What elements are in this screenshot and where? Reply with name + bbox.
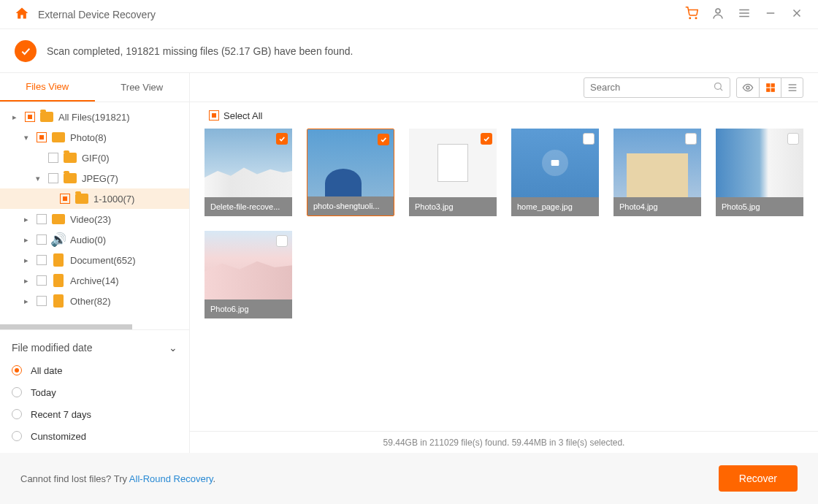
tree-item-jpeg[interactable]: ▾JPEG(7) (0, 168, 189, 188)
tab-tree-view[interactable]: Tree View (95, 73, 190, 102)
thumbnail-caption: Delete-file-recove... (204, 197, 292, 216)
checkbox[interactable] (37, 296, 47, 306)
recover-button[interactable]: Recover (719, 465, 798, 492)
thumbnail-checkbox[interactable] (685, 133, 697, 145)
svg-rect-15 (771, 88, 774, 91)
thumbnail[interactable]: photo-shengtuoli... (307, 129, 394, 216)
checkbox[interactable] (60, 194, 70, 204)
chevron-right-icon[interactable]: ▸ (20, 215, 32, 224)
preview-toggle[interactable] (737, 78, 759, 97)
footer: Cannot find lost files? Try All-Round Re… (0, 453, 818, 504)
user-icon[interactable] (711, 7, 725, 22)
cart-icon[interactable] (685, 7, 698, 22)
chevron-right-icon[interactable]: ▸ (20, 235, 32, 245)
tree-item-document[interactable]: ▸Document(652) (0, 250, 189, 270)
content: Select All Delete-file-recove... photo-s… (190, 73, 818, 453)
all-round-recovery-link[interactable]: All-Round Recovery (129, 473, 213, 484)
checkbox[interactable] (48, 173, 58, 183)
tab-files-view[interactable]: Files View (0, 73, 95, 102)
checkbox[interactable] (48, 153, 58, 163)
svg-point-9 (715, 83, 722, 89)
chevron-right-icon[interactable]: ▸ (20, 256, 32, 265)
checkbox[interactable] (37, 275, 47, 286)
thumbnail-checkbox[interactable] (276, 133, 288, 145)
thumbnail[interactable]: Delete-file-recove... (204, 129, 292, 216)
thumbnail-grid: Delete-file-recove... photo-shengtuoli..… (190, 129, 818, 431)
filter-all-date[interactable]: All date (12, 359, 177, 381)
select-all-checkbox[interactable] (209, 110, 219, 121)
thumbnail-checkbox[interactable] (276, 235, 288, 247)
search-field[interactable] (590, 82, 713, 93)
tree-item-all-files[interactable]: ▸All Files(191821) (0, 107, 189, 127)
search-input[interactable] (584, 77, 730, 98)
select-all-row[interactable]: Select All (190, 102, 818, 129)
chevron-right-icon[interactable]: ▸ (20, 297, 32, 306)
list-view-toggle[interactable] (781, 78, 803, 97)
thumbnail[interactable]: .JPGPhoto3.jpg (409, 129, 497, 216)
folder-icon (63, 171, 77, 186)
view-tabs: Files View Tree View (0, 73, 189, 102)
tree-item-1-1000[interactable]: 1-1000(7) (0, 188, 189, 209)
file-tree: ▸All Files(191821) ▾Photo(8) GIF(0) ▾JPE… (0, 102, 189, 329)
archive-icon (51, 273, 66, 288)
thumbnail-caption: Photo3.jpg (409, 197, 497, 216)
thumbnail-checkbox[interactable] (787, 133, 799, 145)
checkbox[interactable] (37, 255, 47, 265)
status-bar: Scan completed, 191821 missing files (52… (0, 29, 818, 73)
thumbnail[interactable]: Photo4.jpg (614, 129, 701, 216)
close-icon[interactable] (790, 7, 803, 22)
tree-item-audio[interactable]: ▸🔊Audio(0) (0, 229, 189, 250)
svg-rect-12 (766, 83, 770, 87)
thumbnail-caption: Photo6.jpg (204, 299, 292, 318)
chevron-down-icon[interactable]: ▾ (20, 133, 32, 142)
folder-icon (74, 191, 89, 206)
checkbox[interactable] (25, 112, 35, 122)
filter-header[interactable]: File modified date⌄ (12, 336, 177, 359)
tree-item-gif[interactable]: GIF(0) (0, 148, 189, 168)
status-check-icon (15, 40, 37, 62)
checkbox[interactable] (37, 132, 47, 142)
footer-text: Cannot find lost files? Try All-Round Re… (20, 473, 215, 484)
chevron-down-icon[interactable]: ▾ (32, 174, 44, 183)
checkbox[interactable] (37, 234, 47, 245)
chevron-right-icon[interactable]: ▸ (9, 112, 20, 122)
minimize-icon[interactable] (764, 7, 777, 22)
search-icon[interactable] (713, 81, 724, 94)
svg-point-0 (689, 18, 691, 19)
tree-item-archive[interactable]: ▸Archive(14) (0, 270, 189, 291)
titlebar: External Device Recovery (0, 0, 818, 29)
filter-custom[interactable]: Cunstomized (12, 425, 177, 447)
thumbnail-checkbox[interactable] (481, 133, 492, 145)
tree-item-photo[interactable]: ▾Photo(8) (0, 127, 189, 148)
thumbnail[interactable]: home_page.jpg (511, 129, 599, 216)
home-icon[interactable] (15, 6, 29, 23)
menu-icon[interactable] (738, 7, 751, 22)
thumbnail[interactable]: Photo5.jpg (716, 129, 803, 216)
filter-today[interactable]: Today (12, 381, 177, 403)
filters: File modified date⌄ All date Today Recen… (0, 329, 189, 453)
folder-icon (39, 110, 54, 124)
image-icon (51, 130, 66, 145)
thumbnail-checkbox[interactable] (378, 134, 389, 145)
audio-icon: 🔊 (51, 232, 66, 247)
file-icon (51, 294, 66, 308)
radio-icon (12, 387, 22, 397)
title-actions (685, 7, 803, 22)
radio-on-icon (12, 365, 22, 375)
folder-icon (63, 150, 77, 165)
svg-point-2 (716, 9, 720, 13)
checkbox[interactable] (37, 214, 47, 224)
filter-recent7[interactable]: Recent 7 days (12, 403, 177, 425)
status-line: 59.44GB in 211029 file(s) found. 59.44MB… (190, 431, 818, 453)
svg-rect-19 (551, 160, 559, 166)
thumbnail[interactable]: Photo6.jpg (204, 231, 292, 318)
status-text: Scan completed, 191821 missing files (52… (47, 45, 353, 57)
tree-item-other[interactable]: ▸Other(82) (0, 291, 189, 311)
thumbnail-checkbox[interactable] (583, 133, 595, 145)
main: Files View Tree View ▸All Files(191821) … (0, 73, 818, 453)
grid-view-toggle[interactable] (759, 78, 781, 97)
chevron-right-icon[interactable]: ▸ (20, 276, 32, 286)
svg-rect-14 (766, 88, 770, 91)
horizontal-scrollbar[interactable] (0, 324, 132, 329)
tree-item-video[interactable]: ▸Video(23) (0, 209, 189, 229)
